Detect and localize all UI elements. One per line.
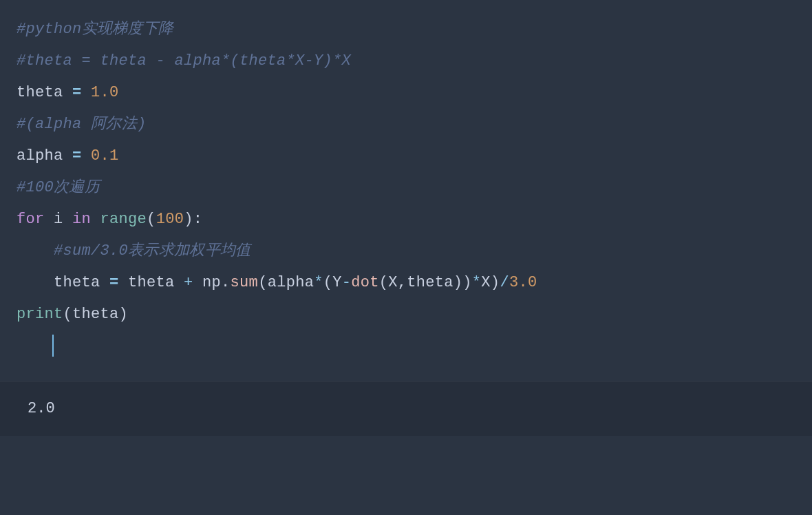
identifier: np [202, 274, 221, 291]
paren-open: ( [147, 211, 156, 228]
space [45, 211, 54, 228]
identifier: theta [72, 306, 119, 323]
identifier: X [388, 274, 398, 291]
paren-close: ) [453, 274, 463, 291]
identifier: Y [332, 274, 342, 291]
operator: * [472, 274, 482, 291]
identifier: theta [54, 274, 100, 291]
identifier: theta [407, 274, 453, 291]
identifier: X [481, 274, 491, 291]
builtin-print: print [17, 306, 63, 323]
paren-open: ( [323, 274, 333, 291]
operator: * [314, 274, 323, 291]
paren-close: ) [462, 274, 472, 291]
identifier: alpha [268, 274, 314, 291]
fn-sum: sum [231, 274, 259, 291]
code-content: #python实现梯度下降 #theta = theta - alpha*(th… [17, 14, 795, 330]
indent [17, 242, 54, 260]
cursor-line [17, 330, 795, 362]
fn-dot: dot [351, 274, 379, 291]
paren-open: ( [258, 274, 268, 291]
paren-open: ( [63, 306, 73, 323]
comment-line: #sum/3.0表示求加权平均值 [54, 242, 250, 260]
comment-line: #python实现梯度下降 [17, 21, 173, 38]
operator: + [175, 274, 203, 291]
paren-close: ) [119, 306, 129, 323]
operator: - [342, 274, 352, 291]
space [63, 211, 73, 228]
keyword-in: in [72, 211, 91, 228]
operator: = [63, 147, 92, 165]
comma: , [398, 274, 407, 291]
output-cell: 2.0 [0, 381, 812, 436]
paren-close: ) [491, 274, 500, 291]
number-literal: 1.0 [91, 84, 119, 101]
number-literal: 3.0 [509, 274, 537, 291]
operator: / [500, 274, 509, 291]
identifier: i [54, 211, 63, 228]
indent [17, 274, 54, 291]
identifier: theta [17, 84, 63, 101]
paren-close: ) [184, 211, 193, 228]
space [91, 211, 100, 228]
colon: : [193, 211, 203, 228]
number-literal: 0.1 [91, 147, 119, 165]
comment-line: #theta = theta - alpha*(theta*X-Y)*X [17, 52, 351, 70]
operator: = [63, 84, 92, 101]
builtin-range: range [100, 211, 147, 228]
comment-line: #100次遍历 [17, 179, 100, 196]
code-cell[interactable]: #python实现梯度下降 #theta = theta - alpha*(th… [0, 0, 812, 381]
output-value: 2.0 [28, 399, 784, 419]
identifier: alpha [17, 147, 63, 165]
paren-open: ( [379, 274, 389, 291]
comment-line: #(alpha 阿尔法) [17, 116, 146, 133]
dot: . [221, 274, 231, 291]
number-literal: 100 [156, 211, 184, 228]
identifier: theta [128, 274, 175, 291]
keyword-for: for [17, 211, 45, 228]
operator: = [100, 274, 129, 291]
text-cursor-icon [52, 335, 54, 357]
